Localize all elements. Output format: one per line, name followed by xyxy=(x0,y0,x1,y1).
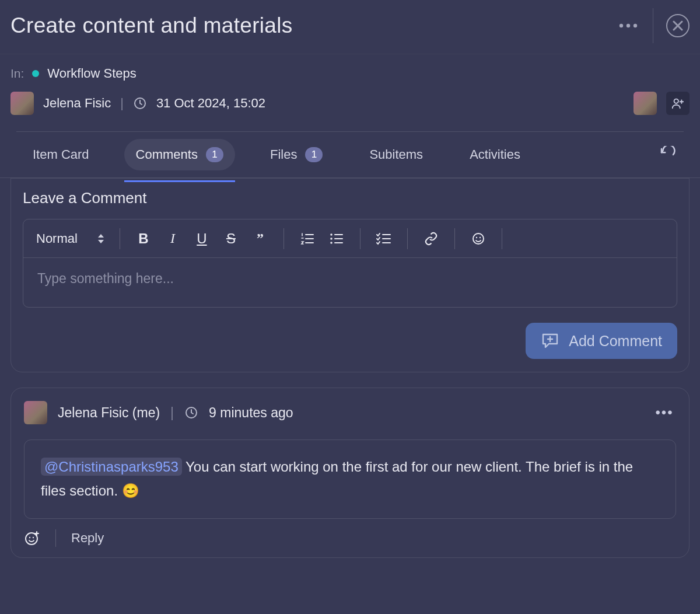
link-button[interactable] xyxy=(423,232,439,246)
comments-count-badge: 1 xyxy=(206,147,223,162)
link-icon xyxy=(424,232,439,246)
emoji-icon xyxy=(471,232,485,246)
tab-label: Files xyxy=(270,147,297,162)
select-value: Normal xyxy=(36,231,78,246)
italic-button[interactable]: I xyxy=(164,231,181,246)
comment-card: Jelena Fisic (me) | 9 minutes ago ••• @C… xyxy=(10,388,690,558)
leave-comment-panel: Leave a Comment Normal B I U S ” xyxy=(10,178,690,372)
clock-icon xyxy=(133,96,147,110)
svg-point-10 xyxy=(480,236,481,238)
emoji-button[interactable] xyxy=(470,232,487,246)
svg-point-7 xyxy=(330,242,332,244)
toolbar-separator xyxy=(284,228,284,249)
person-plus-icon xyxy=(671,97,684,110)
svg-point-0 xyxy=(620,24,623,27)
assignee-avatar[interactable] xyxy=(634,92,657,115)
mention-chip[interactable]: @Christinasparks953 xyxy=(41,458,182,476)
editor-toolbar: Normal B I U S ” xyxy=(23,219,677,258)
comment-timestamp: 9 minutes ago xyxy=(209,405,293,421)
add-member-button[interactable] xyxy=(666,92,690,115)
svg-point-6 xyxy=(330,238,332,240)
separator: | xyxy=(170,405,174,421)
comment-textarea[interactable]: Type something here... xyxy=(23,258,677,307)
comment-more-button[interactable]: ••• xyxy=(653,401,676,424)
toolbar-separator xyxy=(407,228,408,249)
ellipsis-icon xyxy=(619,23,638,28)
ellipsis-icon: ••• xyxy=(655,404,673,421)
tab-label: Comments xyxy=(136,147,198,162)
modal-header: Create content and materials xyxy=(0,0,700,54)
svg-point-9 xyxy=(476,236,477,238)
svg-point-12 xyxy=(26,533,37,545)
author-avatar[interactable] xyxy=(10,92,34,115)
clock-icon xyxy=(184,406,198,420)
ordered-list-button[interactable] xyxy=(299,232,316,245)
tab-subitems[interactable]: Subitems xyxy=(358,139,435,170)
comment-emoji: 😊 xyxy=(122,483,139,498)
tab-comments[interactable]: Comments 1 xyxy=(124,139,235,170)
comment-plus-icon xyxy=(541,332,559,350)
tab-label: Activities xyxy=(470,147,520,162)
select-caret-icon xyxy=(97,233,104,244)
react-button[interactable] xyxy=(24,530,40,546)
unordered-list-button[interactable] xyxy=(328,232,345,245)
blockquote-button[interactable]: ” xyxy=(252,231,268,246)
bold-button[interactable]: B xyxy=(135,231,152,247)
toolbar-separator xyxy=(454,228,455,249)
svg-point-8 xyxy=(473,233,484,244)
underline-button[interactable]: U xyxy=(194,231,210,247)
board-color-dot xyxy=(32,70,39,77)
close-icon xyxy=(673,20,683,31)
comment-author-name[interactable]: Jelena Fisic (me) xyxy=(58,405,160,421)
page-title: Create content and materials xyxy=(10,13,617,38)
board-name-link[interactable]: Workflow Steps xyxy=(47,66,136,81)
checklist-button[interactable] xyxy=(376,232,392,245)
separator xyxy=(55,529,56,547)
tab-activities[interactable]: Activities xyxy=(458,139,532,170)
tab-label: Subitems xyxy=(369,147,423,162)
item-meta: In: Workflow Steps Jelena Fisic | 31 Oct… xyxy=(0,54,700,132)
bullet-list-icon xyxy=(330,232,344,245)
strikethrough-button[interactable]: S xyxy=(223,231,239,247)
refresh-icon xyxy=(659,146,676,163)
rich-text-editor: Normal B I U S ” xyxy=(23,219,677,308)
add-comment-label: Add Comment xyxy=(569,333,662,350)
svg-point-4 xyxy=(674,99,678,103)
tab-item-card[interactable]: Item Card xyxy=(21,139,101,170)
tab-label: Item Card xyxy=(33,147,89,162)
checklist-icon xyxy=(376,232,391,245)
comment-author-avatar[interactable] xyxy=(24,401,47,424)
reply-button[interactable]: Reply xyxy=(71,531,104,546)
toolbar-separator xyxy=(360,228,360,249)
author-name[interactable]: Jelena Fisic xyxy=(43,96,111,111)
paragraph-style-select[interactable]: Normal xyxy=(36,231,104,246)
svg-point-2 xyxy=(634,24,637,27)
tab-files[interactable]: Files 1 xyxy=(258,139,334,170)
emoji-plus-icon xyxy=(24,530,40,546)
more-options-button[interactable] xyxy=(617,14,640,37)
svg-point-14 xyxy=(33,536,34,538)
close-button[interactable] xyxy=(666,14,690,37)
toolbar-separator xyxy=(120,228,120,249)
divider xyxy=(653,8,653,43)
comment-body: @Christinasparks953 You can start workin… xyxy=(24,439,676,519)
svg-point-5 xyxy=(330,233,332,236)
files-count-badge: 1 xyxy=(305,147,323,162)
svg-point-1 xyxy=(626,24,630,27)
toolbar-separator xyxy=(502,228,502,249)
in-label: In: xyxy=(10,67,24,81)
svg-point-13 xyxy=(29,536,30,538)
leave-comment-title: Leave a Comment xyxy=(23,189,677,207)
separator: | xyxy=(120,96,124,111)
refresh-button[interactable] xyxy=(656,143,679,166)
add-comment-button[interactable]: Add Comment xyxy=(526,323,677,359)
created-timestamp: 31 Oct 2024, 15:02 xyxy=(156,96,265,111)
ordered-list-icon xyxy=(300,232,314,245)
tab-bar: Item Card Comments 1 Files 1 Subitems Ac… xyxy=(0,132,700,177)
